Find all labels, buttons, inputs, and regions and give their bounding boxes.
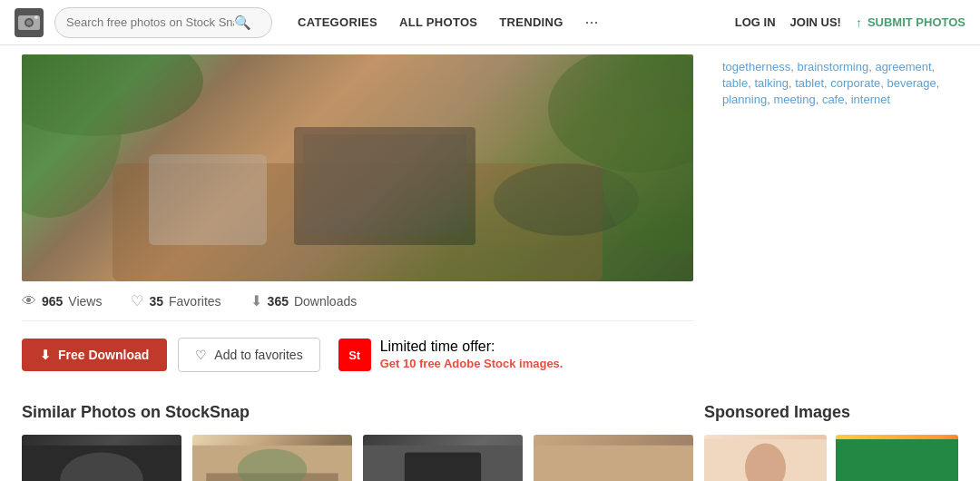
sidebar: togetherness, brainstorming, agreement, … xyxy=(693,54,958,388)
bottom-row: shutterstock shutterstock xyxy=(22,435,958,481)
photo-section: 👁 965 Views ♡ 35 Favorites ⬇ 365 Downloa… xyxy=(22,54,693,388)
tag-link[interactable]: beverage xyxy=(887,76,936,90)
svg-rect-30 xyxy=(836,439,958,481)
search-input[interactable] xyxy=(66,15,234,29)
svg-point-6 xyxy=(22,54,122,218)
section-headers: Similar Photos on StockSnap Sponsored Im… xyxy=(22,403,958,422)
download-icon: ⬇ xyxy=(40,348,51,362)
action-bar: ⬇ Free Download ♡ Add to favorites St Li… xyxy=(22,321,693,388)
favorites-icon: ♡ xyxy=(131,292,143,309)
similar-photo-3[interactable] xyxy=(363,435,523,481)
nav-categories[interactable]: CATEGORIES xyxy=(298,15,377,29)
main-photo[interactable] xyxy=(22,54,693,281)
sponsored-section-title: Sponsored Images xyxy=(704,403,850,421)
promo-content: Limited time offer: Get 10 free Adobe St… xyxy=(380,339,564,371)
tag-link[interactable]: talking xyxy=(754,76,789,90)
svg-rect-10 xyxy=(149,154,267,245)
download-label: Free Download xyxy=(58,348,149,362)
tag-separator: , xyxy=(932,60,936,74)
site-logo[interactable] xyxy=(15,8,44,37)
submit-label: SUBMIT PHOTOS xyxy=(867,15,965,29)
downloads-label: Downloads xyxy=(294,294,357,309)
svg-point-3 xyxy=(26,20,32,25)
tag-link[interactable]: meeting xyxy=(773,93,815,106)
favorite-label: Add to favorites xyxy=(214,348,302,362)
sponsored-col: shutterstock shutterstock xyxy=(704,435,958,481)
tag-link[interactable]: agreement xyxy=(875,60,931,74)
search-icon: 🔍 xyxy=(234,15,251,31)
tag-separator: , xyxy=(936,76,940,90)
sponsored-thumbs: shutterstock shutterstock xyxy=(704,435,958,481)
submit-photos-button[interactable]: ↑ SUBMIT PHOTOS xyxy=(856,15,965,30)
tag-separator: , xyxy=(816,93,822,106)
nav-trending[interactable]: TRENDING xyxy=(499,15,563,29)
favorites-label: Favorites xyxy=(169,294,221,309)
bottom-section: Similar Photos on StockSnap Sponsored Im… xyxy=(0,388,980,481)
nav-right: LOG IN JOIN US! ↑ SUBMIT PHOTOS xyxy=(735,15,965,30)
adobe-promo: St Limited time offer: Get 10 free Adobe… xyxy=(338,339,564,371)
svg-rect-22 xyxy=(405,452,481,481)
sponsored-photo-2[interactable]: shutterstock xyxy=(836,435,958,481)
svg-rect-24 xyxy=(534,446,693,481)
tag-separator: , xyxy=(844,93,850,106)
similar-photos-row xyxy=(22,435,693,481)
views-count: 965 xyxy=(42,294,63,309)
similar-photo-1[interactable] xyxy=(22,435,181,481)
favorites-stat: ♡ 35 Favorites xyxy=(131,292,220,309)
main-container: 👁 965 Views ♡ 35 Favorites ⬇ 365 Downloa… xyxy=(0,54,980,388)
similar-section-title: Similar Photos on StockSnap xyxy=(22,403,250,421)
svg-rect-9 xyxy=(303,134,466,234)
tag-link[interactable]: togetherness xyxy=(722,60,790,74)
search-box[interactable]: 🔍 xyxy=(54,7,272,38)
nav-more[interactable]: ··· xyxy=(585,13,599,32)
svg-point-4 xyxy=(34,15,38,19)
nav-login[interactable]: LOG IN xyxy=(735,15,776,29)
tag-link[interactable]: brainstorming xyxy=(797,60,868,74)
tag-link[interactable]: internet xyxy=(851,93,890,106)
download-button[interactable]: ⬇ Free Download xyxy=(22,339,167,371)
promo-text: Limited time offer: xyxy=(380,339,564,355)
views-label: Views xyxy=(68,294,102,309)
tag-link[interactable]: cafe xyxy=(822,93,845,106)
views-stat: 👁 965 Views xyxy=(22,293,102,309)
stats-bar: 👁 965 Views ♡ 35 Favorites ⬇ 365 Downloa… xyxy=(22,281,693,321)
downloads-icon: ⬇ xyxy=(250,292,262,309)
nav-join[interactable]: JOIN US! xyxy=(790,15,841,29)
photo-image xyxy=(22,54,693,281)
favorite-button[interactable]: ♡ Add to favorites xyxy=(178,338,319,372)
views-icon: 👁 xyxy=(22,293,36,309)
tag-link[interactable]: corporate xyxy=(830,76,880,90)
heart-icon: ♡ xyxy=(195,348,207,362)
downloads-stat: ⬇ 365 Downloads xyxy=(250,292,358,309)
upload-icon: ↑ xyxy=(856,15,862,30)
nav-links: CATEGORIES ALL PHOTOS TRENDING ··· xyxy=(298,13,599,32)
similar-photos-col xyxy=(22,435,693,481)
downloads-count: 365 xyxy=(268,294,289,309)
nav-all-photos[interactable]: ALL PHOTOS xyxy=(399,15,477,29)
sponsored-photo-1[interactable]: shutterstock xyxy=(704,435,827,481)
tag-link[interactable]: table xyxy=(722,76,748,90)
promo-link[interactable]: Get 10 free Adobe Stock images. xyxy=(380,357,564,370)
similar-photo-4[interactable] xyxy=(534,435,693,481)
tag-link[interactable]: tablet xyxy=(795,76,824,90)
tag-link[interactable]: planning xyxy=(722,93,767,106)
favorites-count: 35 xyxy=(149,294,163,309)
similar-photo-2[interactable] xyxy=(192,435,352,481)
adobe-logo: St xyxy=(338,339,371,371)
tags-container: togetherness, brainstorming, agreement, … xyxy=(722,54,958,107)
navbar: 🔍 CATEGORIES ALL PHOTOS TRENDING ··· LOG… xyxy=(0,0,980,45)
